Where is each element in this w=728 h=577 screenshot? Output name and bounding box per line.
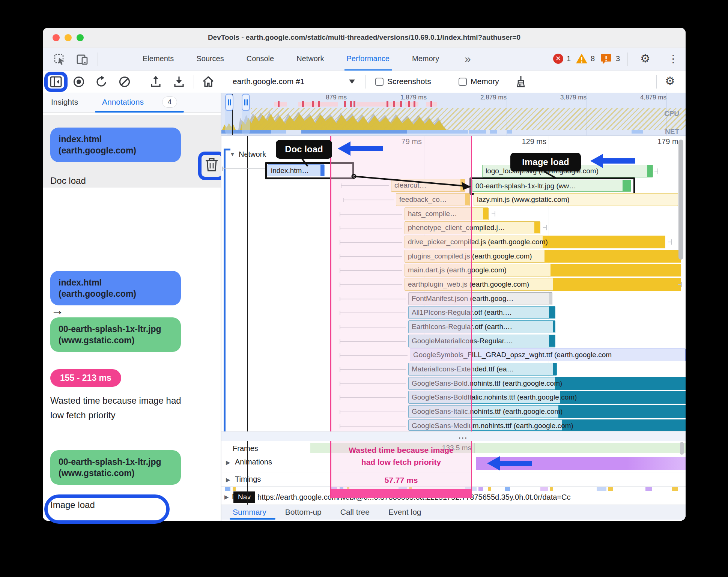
divider (139, 75, 139, 89)
overview-tick: 1,879 ms (393, 94, 427, 101)
waterfall-scrollbar[interactable] (678, 140, 683, 260)
tab-network[interactable]: Network (294, 48, 326, 71)
upload-profile-icon[interactable] (150, 76, 161, 88)
waterfall-tick: 129 ms (513, 137, 546, 146)
network-request[interactable]: index.htm… (268, 164, 325, 176)
request-whisker (222, 168, 265, 169)
memory-label: Memory (471, 77, 499, 86)
screenshot-stage: DevTools - earth.google.com/static/multi… (0, 0, 728, 577)
network-activity-strip (221, 130, 686, 134)
home-icon[interactable] (202, 75, 215, 88)
bottom-tab-summary[interactable]: Summary (233, 508, 266, 517)
link-arrow: → (51, 303, 64, 318)
network-track-label: Network (239, 150, 266, 159)
annotation-range-pill[interactable]: 155 - 213 ms (50, 369, 121, 387)
settings-gear-icon[interactable]: ⚙ (640, 52, 650, 65)
network-request[interactable]: lazy.min.js (www.gstatic.com) (474, 193, 678, 206)
bottom-tab-call-tree[interactable]: Call tree (340, 508, 370, 517)
annotations-count-badge: 4 (162, 96, 177, 108)
sidebar-tab-strip: Insights Annotations 4 (43, 93, 221, 113)
request-cap (657, 168, 658, 174)
annotated-request-box[interactable]: 00-earth-splash-1x-ltr.jpg (ww… (469, 177, 635, 195)
divider (194, 75, 194, 89)
tab-memory[interactable]: Memory (410, 48, 441, 71)
bottom-tab-bottom-up[interactable]: Bottom-up (285, 508, 322, 517)
annotation-label-doc-load: Doc load (50, 176, 86, 186)
tab-elements[interactable]: Elements (140, 48, 176, 71)
window-title: DevTools - earth.google.com/static/multi… (43, 33, 686, 42)
clear-icon[interactable] (119, 76, 131, 88)
net-strip-label: NET (642, 128, 679, 136)
memory-checkbox[interactable] (459, 78, 467, 86)
doc-load-arrow-icon (338, 141, 383, 156)
active-tab-underline (95, 111, 184, 113)
toggle-device-toolbar-icon[interactable] (77, 54, 89, 65)
annotation-range-overlay (330, 136, 472, 431)
screenshots-label: Screenshots (387, 77, 431, 86)
more-tabs-icon[interactable]: » (465, 53, 471, 65)
hidden-rows-strip[interactable]: … (221, 431, 686, 441)
title-bar[interactable]: DevTools - earth.google.com/static/multi… (43, 28, 686, 48)
annotation-pill-index-html-2[interactable]: index.html (earth.google.com) (50, 271, 181, 305)
timings-expand-icon[interactable]: ▶ (226, 476, 230, 483)
tab-insights[interactable]: Insights (51, 98, 78, 107)
tab-sources[interactable]: Sources (194, 48, 226, 71)
record-icon[interactable] (74, 77, 84, 87)
divider (366, 75, 366, 89)
performance-toolbar: earth.google.com #1 Screenshots Memory ⚙ (43, 71, 686, 93)
frames-scrollbar[interactable] (680, 442, 684, 455)
bottom-tab-bar: SummaryBottom-upCall treeEvent log (221, 505, 686, 521)
download-profile-icon[interactable] (173, 76, 185, 88)
tab-annotations[interactable]: Annotations (102, 98, 144, 107)
animations-expand-icon[interactable]: ▶ (226, 459, 230, 466)
garbage-collect-brush-icon[interactable] (515, 75, 527, 88)
overlay-annotation-value: 57.77 ms (331, 476, 471, 485)
capture-settings-gear-icon[interactable]: ⚙ (665, 74, 675, 87)
issues-count: 3 (616, 54, 620, 63)
overview-tick: 879 ms (313, 94, 347, 101)
chevron-down-icon[interactable] (349, 80, 355, 84)
network-request[interactable]: 00-earth-splash-1x-ltr.jpg (ww… (472, 180, 631, 192)
issues-badge-icon[interactable] (600, 53, 612, 65)
annotation-pill-splash-jpg-2[interactable]: 00-earth-splash-1x-ltr.jpg (www.gstatic.… (50, 450, 181, 485)
annotation-entry-doc-load[interactable]: index.html (earth.google.com) Doc load (43, 115, 221, 188)
screenshots-checkbox[interactable] (375, 78, 384, 86)
nav-marker-badge: Nav (233, 491, 255, 503)
selected-track-accent-stub (224, 149, 230, 150)
divider (627, 53, 628, 66)
request-label: 00-earth-splash-1x-ltr.jpg (ww… (475, 180, 631, 192)
overview-tick: 4,879 ms (633, 94, 666, 101)
error-badge-icon[interactable]: ✕ (553, 54, 563, 64)
kebab-menu-icon[interactable]: ⋮ (668, 53, 678, 65)
selected-track-accent (224, 149, 226, 431)
divider (98, 53, 98, 66)
inspect-element-icon[interactable] (54, 54, 65, 65)
frames-track-label: Frames (233, 444, 258, 453)
timeline-overview[interactable]: 879 ms1,879 ms2,879 ms3,879 ms4,879 ms5,… (221, 93, 686, 136)
bottom-tab-event-log[interactable]: Event log (388, 508, 421, 517)
target-selector[interactable]: earth.google.com #1 (233, 77, 304, 86)
cpu-strip-label: CPU (642, 110, 679, 118)
devtools-tab-bar: ElementsSourcesConsoleNetworkPerformance… (43, 48, 686, 71)
annotation-pill-index-html[interactable]: index.html (earth.google.com) (50, 128, 181, 162)
long-task-markers (221, 101, 686, 107)
show-sidebar-icon[interactable] (50, 76, 62, 87)
doc-load-callout: Doc load (276, 140, 332, 159)
image-load-arrow-icon (590, 154, 635, 168)
right-range-handle[interactable] (242, 94, 250, 111)
main-expand-icon[interactable]: ▶ (224, 494, 229, 500)
animations-track-label: Animations (235, 458, 272, 466)
reload-record-icon[interactable] (95, 76, 107, 88)
request-label: index.htm… (271, 165, 324, 176)
tab-console[interactable]: Console (244, 48, 276, 71)
unselected-range-hatch (251, 108, 686, 130)
annotations-sidebar: Insights Annotations 4 index.html (earth… (43, 93, 221, 521)
network-track-collapse-icon[interactable]: ▼ (230, 151, 235, 157)
warning-badge-icon[interactable] (576, 53, 588, 64)
tab-performance[interactable]: Performance (344, 48, 392, 71)
annotation-pill-splash-jpg[interactable]: 00-earth-splash-1x-ltr.jpg (www.gstatic.… (50, 317, 181, 352)
devtools-window: DevTools - earth.google.com/static/multi… (43, 28, 686, 521)
overview-tick: 3,879 ms (553, 94, 587, 101)
left-range-handle[interactable] (225, 94, 233, 111)
network-waterfall[interactable]: 79 ms129 ms179 m ▼ Network index.htm…log… (221, 136, 686, 431)
